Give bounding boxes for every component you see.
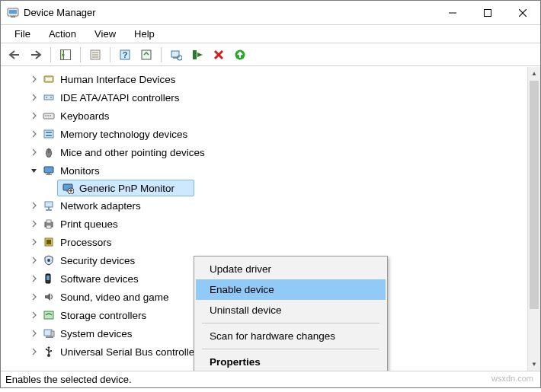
enable-device-button[interactable] [188, 46, 206, 64]
menu-properties[interactable]: Properties [196, 352, 386, 371]
menu-separator [202, 349, 379, 349]
chevron-down-icon[interactable] [30, 166, 39, 175]
menu-action[interactable]: Action [41, 27, 84, 41]
scroll-thumb[interactable] [530, 81, 539, 309]
scrollbar[interactable]: ▲ ▼ [527, 67, 540, 371]
watermark: wsxdn.com [491, 374, 533, 383]
context-menu: Update driver Enable device Uninstall de… [194, 256, 388, 371]
scroll-up-icon[interactable]: ▲ [528, 67, 540, 80]
usb-icon [42, 345, 56, 359]
tree-item-printer[interactable]: Print queues [5, 215, 540, 233]
tree-item-label: Processors [60, 237, 112, 248]
chevron-right-icon[interactable] [30, 311, 39, 320]
window-title: Device Manager [24, 7, 435, 18]
tree-item-cpu[interactable]: Processors [5, 233, 540, 251]
menu-update-driver[interactable]: Update driver [196, 259, 386, 279]
tree-item-hid[interactable]: Human Interface Devices [5, 70, 540, 88]
app-icon [7, 7, 19, 19]
svg-rect-60 [51, 331, 54, 336]
chevron-right-icon[interactable] [30, 292, 39, 301]
statusbar: Enables the selected device. [1, 371, 540, 387]
svg-rect-1 [9, 10, 17, 14]
close-button[interactable] [505, 1, 540, 24]
forward-button[interactable] [27, 46, 45, 64]
show-hide-button[interactable] [56, 46, 75, 64]
back-button[interactable] [5, 46, 24, 64]
chevron-right-icon[interactable] [30, 237, 39, 247]
keyboard-icon [42, 109, 56, 123]
chevron-right-icon[interactable] [30, 75, 39, 84]
tree-item-ide[interactable]: IDE ATA/ATAPI controllers [5, 88, 540, 107]
svg-rect-35 [46, 135, 52, 136]
menu-help[interactable]: Help [126, 27, 162, 41]
svg-rect-20 [193, 50, 197, 59]
tree-item-label: Universal Serial Bus controllers [60, 346, 203, 358]
svg-rect-33 [44, 130, 53, 138]
sound-icon [42, 290, 56, 304]
svg-rect-32 [50, 115, 51, 116]
toolbar: ? [1, 43, 540, 66]
svg-point-63 [46, 349, 47, 350]
svg-rect-25 [46, 78, 52, 81]
chevron-right-icon[interactable] [30, 129, 39, 139]
ide-icon [42, 91, 56, 104]
svg-rect-30 [45, 115, 46, 116]
menu-file[interactable]: File [7, 27, 38, 41]
svg-rect-51 [46, 225, 51, 228]
tree-item-monitor-disabled[interactable]: Generic PnP Monitor [57, 180, 194, 196]
tree-item-memory[interactable]: Memory technology devices [5, 125, 540, 143]
chevron-right-icon[interactable] [30, 201, 39, 210]
toolbar-separator [161, 47, 162, 62]
tree-item-label: System devices [60, 328, 133, 339]
action-button[interactable] [137, 46, 155, 64]
tree-item-label: Storage controllers [60, 310, 146, 321]
chevron-right-icon[interactable] [30, 93, 39, 102]
menu-view[interactable]: View [87, 27, 123, 41]
tree-item-label: Sound, video and game [60, 292, 169, 303]
svg-rect-64 [50, 350, 52, 352]
update-driver-button[interactable] [231, 46, 249, 64]
properties-button[interactable] [86, 46, 104, 64]
menu-separator [202, 323, 379, 323]
content-area: Human Interface DevicesIDE ATA/ATAPI con… [1, 66, 540, 371]
chevron-right-icon[interactable] [30, 274, 39, 283]
chevron-right-icon[interactable] [30, 347, 39, 356]
minimize-button[interactable] [435, 1, 470, 24]
chevron-right-icon[interactable] [30, 111, 39, 120]
svg-point-9 [62, 53, 65, 56]
menu-uninstall-device[interactable]: Uninstall device [196, 300, 386, 320]
tree-item-monitor[interactable]: Monitors [5, 161, 540, 180]
tree-item-keyboard[interactable]: Keyboards [5, 107, 540, 125]
tree-item-label: Network adapters [60, 200, 141, 212]
svg-rect-57 [44, 311, 53, 319]
tree-item-label: Memory technology devices [60, 129, 187, 140]
chevron-right-icon[interactable] [30, 256, 39, 265]
svg-text:?: ? [123, 50, 128, 59]
security-icon [42, 253, 56, 267]
scan-hardware-button[interactable] [167, 46, 185, 64]
svg-rect-40 [47, 173, 50, 174]
tree-item-network[interactable]: Network adapters [5, 196, 540, 215]
hid-icon [42, 72, 56, 86]
mouse-icon [42, 145, 56, 159]
maximize-button[interactable] [470, 1, 505, 24]
toolbar-separator [80, 47, 81, 62]
svg-point-28 [50, 97, 52, 98]
chevron-right-icon[interactable] [30, 148, 39, 157]
svg-rect-46 [45, 202, 53, 207]
menu-scan-hardware[interactable]: Scan for hardware changes [196, 326, 386, 346]
svg-rect-2 [11, 16, 15, 18]
uninstall-button[interactable] [210, 46, 228, 64]
menu-enable-device[interactable]: Enable device [196, 279, 386, 300]
help-button[interactable]: ? [116, 46, 134, 64]
chevron-right-icon[interactable] [30, 329, 39, 338]
chevron-right-icon[interactable] [30, 219, 39, 228]
tree-item-mouse[interactable]: Mice and other pointing devices [5, 143, 540, 161]
svg-point-54 [47, 259, 50, 262]
tree-item-label: Print queues [60, 218, 118, 230]
svg-rect-56 [46, 276, 50, 280]
tree-item-label: Mice and other pointing devices [60, 147, 205, 158]
scroll-down-icon[interactable]: ▼ [528, 358, 540, 371]
system-icon [42, 327, 56, 340]
monitor-icon [42, 164, 56, 177]
